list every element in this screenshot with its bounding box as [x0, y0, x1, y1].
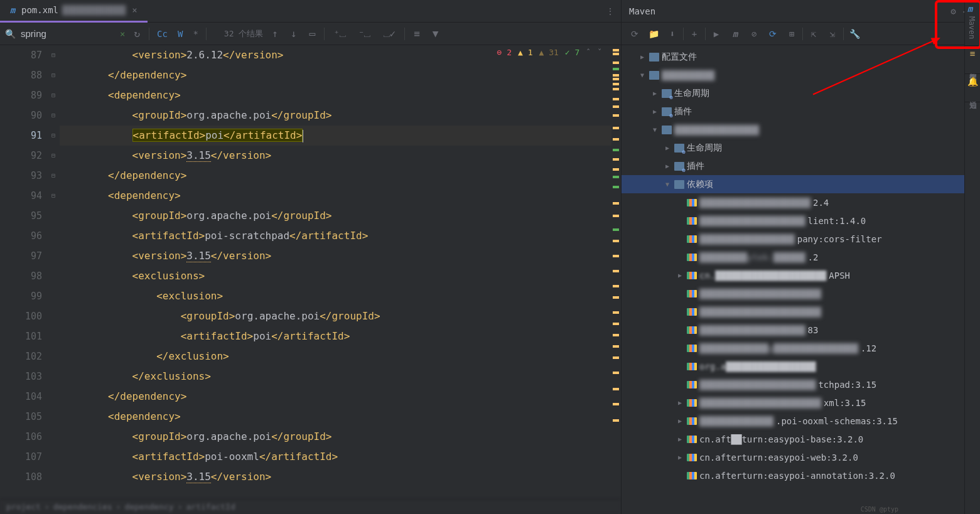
tree-item[interactable]: █████████████████████2.4: [622, 193, 980, 211]
tree-item[interactable]: ▼██████████: [622, 66, 980, 84]
tree-item[interactable]: █████████████g████████████████.12: [622, 339, 980, 357]
annotation-box: [935, 0, 980, 49]
chevron-up-icon[interactable]: ˆ: [586, 48, 591, 57]
generate-sources-icon[interactable]: 📁: [645, 26, 662, 42]
tree-item[interactable]: ██████████████████pany:cors-filter: [622, 230, 980, 248]
tree-item[interactable]: ████████████████████lient:1.4.0: [622, 211, 980, 230]
remove-selection-icon[interactable]: ⁻⎵: [355, 28, 375, 40]
inspections-widget[interactable]: ⊖ 2 ▲ 1 ▲ 31 ✓ 7 ˆ ˇ: [497, 48, 602, 57]
editor[interactable]: ⊖ 2 ▲ 1 ▲ 31 ✓ 7 ˆ ˇ 8788899091929394959…: [0, 45, 621, 499]
search-bar: 🔍 × ↻ Cc W * 32 个结果 ↑ ↓ ▭ ⁺⎵ ⁻⎵ ⎵✓ ≡ ▼: [0, 23, 621, 45]
settings-icon[interactable]: 🔧: [846, 26, 863, 42]
tree-item[interactable]: ███████████████████████: [622, 303, 980, 321]
breadcrumb[interactable]: project›dependencies›dependency›artifact…: [0, 499, 621, 514]
error-indicator: ⊖ 2: [497, 48, 512, 57]
toggle-offline-icon[interactable]: ⊘: [746, 26, 762, 42]
match-case-toggle[interactable]: Cc: [154, 29, 170, 39]
tree-item[interactable]: ▼依赖项: [622, 175, 980, 193]
tab-filename: pom.xml: [21, 5, 58, 15]
tree-item[interactable]: ▶配置文件: [622, 48, 980, 66]
tree-item[interactable]: ▶███████████████████████xml:3.15: [622, 394, 980, 412]
tab-pom[interactable]: m pom.xml ████████████ ×: [0, 0, 148, 23]
tree-item[interactable]: ███████████████████████: [622, 284, 980, 303]
maven-panel: Maven ⚙ — ⟳ 📁 ⬇ + ▶ m ⊘ ⟳ ⊞ ⇱ ⇲ 🔧 ▶配置文件▼…: [621, 0, 980, 514]
tree-item[interactable]: ▶插件: [622, 157, 980, 175]
toggle-skip-tests-icon[interactable]: ⟳: [765, 26, 781, 42]
tree-item[interactable]: cn.afterturn:easypoi-annotation:3.2.0: [622, 466, 980, 485]
regex-toggle[interactable]: *: [190, 29, 200, 39]
download-sources-icon[interactable]: ⬇: [664, 26, 681, 42]
tree-item[interactable]: org.a█████████████████: [622, 357, 980, 375]
tab-path-blurred: ████████████: [62, 5, 126, 15]
tree-item[interactable]: ▶cn.█████████████████████APSH: [622, 266, 980, 284]
tree-item[interactable]: ▼████████████████: [622, 120, 980, 139]
editor-tabs: m pom.xml ████████████ × ⋮: [0, 0, 621, 23]
right-toolwindow-tabs: m Maven ≡ 数据库 🔔 通知: [964, 0, 980, 514]
marker-bar[interactable]: [611, 45, 621, 499]
next-match-icon[interactable]: ↓: [287, 28, 301, 40]
expand-icon[interactable]: ⇲: [824, 26, 841, 42]
tree-item[interactable]: ▶██████████████.poi-ooxml-schemas:3.15: [622, 412, 980, 430]
maven-icon: m: [8, 5, 18, 15]
notifications-tab-icon: 🔔: [965, 74, 980, 89]
database-tab[interactable]: 数据库: [965, 61, 980, 74]
tree-item[interactable]: ▶生命周期: [622, 84, 980, 102]
run-icon[interactable]: ▶: [708, 26, 724, 42]
fold-gutter[interactable]: ⊟⊟⊟⊟⊟⊟⊟⊟: [47, 45, 60, 499]
add-project-icon[interactable]: +: [686, 26, 703, 42]
tab-overflow-icon[interactable]: ⋮: [606, 6, 621, 16]
watermark: CSDN @ptyp: [861, 506, 898, 513]
execute-goal-icon[interactable]: m: [727, 26, 743, 42]
line-gutter: 8788899091929394959697989910010110210310…: [0, 45, 47, 499]
collapse-icon[interactable]: ⇱: [805, 26, 822, 42]
warning-indicator: ▲ 1: [518, 48, 532, 57]
words-toggle[interactable]: W: [175, 29, 185, 39]
select-all-icon[interactable]: ▭: [306, 28, 320, 40]
typo-indicator: ✓ 7: [565, 48, 579, 57]
search-clear-icon[interactable]: ×: [120, 29, 125, 39]
toggle-selection-icon[interactable]: ≡: [410, 28, 424, 40]
search-reload-icon[interactable]: ↻: [130, 28, 144, 40]
search-results-count: 32 个结果: [224, 28, 263, 40]
tree-item[interactable]: ▶cn.afterturn:easypoi-web:3.2.0: [622, 448, 980, 466]
search-input[interactable]: [21, 28, 115, 39]
tree-item[interactable]: █████████ytek:██████.2: [622, 248, 980, 266]
filter-icon[interactable]: ▼: [429, 28, 443, 40]
add-selection-icon[interactable]: ⁺⎵: [330, 28, 350, 40]
tree-item[interactable]: ▶cn.aft██turn:easypoi-base:3.2.0: [622, 430, 980, 448]
prev-match-icon[interactable]: ↑: [268, 28, 282, 40]
tree-item[interactable]: ██████████████████████tchpad:3.15: [622, 375, 980, 394]
tree-item[interactable]: ████████████████████83: [622, 321, 980, 339]
maven-tree[interactable]: ▶配置文件▼██████████▶生命周期▶插件▼███████████████…: [622, 45, 980, 514]
notifications-tab[interactable]: 通知: [965, 89, 980, 102]
close-icon[interactable]: ×: [129, 5, 139, 15]
code-area[interactable]: <version>2.6.12</version> </dependency> …: [60, 45, 621, 499]
reload-icon[interactable]: ⟳: [627, 26, 643, 42]
maven-panel-title: Maven: [629, 6, 947, 16]
show-dependencies-icon[interactable]: ⊞: [783, 26, 800, 42]
search-icon: 🔍: [5, 29, 16, 39]
chevron-down-icon[interactable]: ˇ: [597, 48, 602, 57]
tree-item[interactable]: ▶插件: [622, 102, 980, 120]
maven-toolbar: ⟳ 📁 ⬇ + ▶ m ⊘ ⟳ ⊞ ⇱ ⇲ 🔧: [622, 23, 980, 45]
select-occurrences-icon[interactable]: ⎵✓: [380, 28, 400, 40]
tree-item[interactable]: ▶生命周期: [622, 139, 980, 157]
weak-warning-indicator: ▲ 31: [539, 48, 559, 57]
